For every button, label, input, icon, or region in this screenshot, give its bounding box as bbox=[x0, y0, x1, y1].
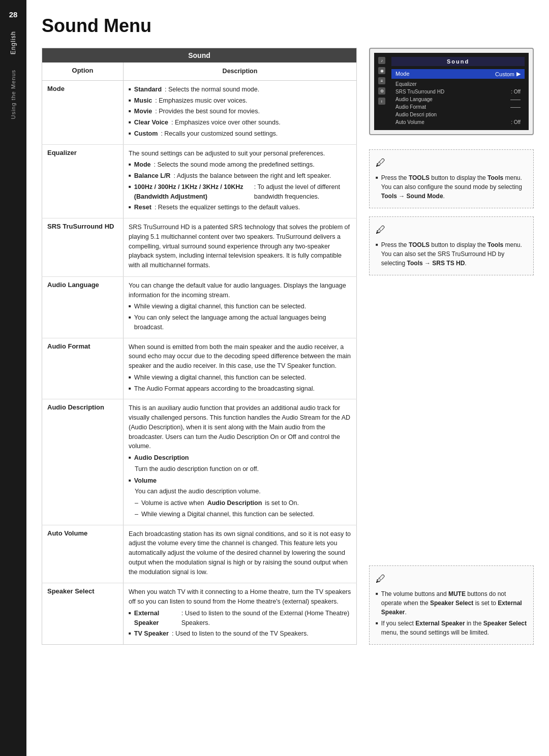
bullet-item: You can only select the language among t… bbox=[129, 313, 351, 332]
spacer bbox=[369, 284, 534, 557]
tv-screen: ♪ ◉ ≡ ⚙ i Sound Mode Custom bbox=[369, 48, 534, 135]
col-desc-cell: Standard: Selects the normal sound mode.… bbox=[124, 80, 357, 144]
col-desc-cell: You can change the default value for aud… bbox=[124, 276, 357, 338]
col-option-cell: Audio Format bbox=[42, 338, 124, 399]
col-option-cell: Mode bbox=[42, 80, 124, 144]
tv-screen-inner: ♪ ◉ ≡ ⚙ i Sound Mode Custom bbox=[374, 53, 529, 130]
bullet-item: Balance L/R: Adjusts the balance between… bbox=[129, 171, 351, 181]
col-desc-cell: Each broadcasting station has its own si… bbox=[124, 525, 357, 583]
tv-mode-value: Custom ▶ bbox=[495, 71, 521, 77]
tv-eq-label: Equalizer bbox=[395, 81, 417, 87]
tv-autovol-row: Auto Volume : Off bbox=[391, 118, 525, 126]
tv-icon-ch: ≡ bbox=[378, 77, 385, 84]
tv-icon-sound: ♪ bbox=[378, 57, 385, 64]
tv-audiodesc-row: Audio Descri ption bbox=[391, 111, 525, 118]
bullet-item: Music: Emphasizes music over voices. bbox=[129, 96, 351, 106]
bullet-item: Clear Voice: Emphasizes voice over other… bbox=[129, 118, 351, 128]
right-column: ♪ ◉ ≡ ⚙ i Sound Mode Custom bbox=[369, 48, 534, 645]
tv-audiodesc-label: Audio Descri ption bbox=[395, 112, 437, 117]
bullet-item: Mode: Selects the sound mode among the p… bbox=[129, 160, 351, 170]
section-item: Audio Description bbox=[129, 453, 351, 463]
note2-bullet1: Press the TOOLS button to display the To… bbox=[376, 240, 527, 268]
tv-equalizer-row: Equalizer bbox=[391, 80, 525, 88]
table-row: EqualizerThe sound settings can be adjus… bbox=[42, 144, 357, 218]
note1-icon: 🖊 bbox=[376, 155, 527, 170]
tv-audiolang-row: Audio Language —— bbox=[391, 96, 525, 103]
note-box-1: 🖊 Press the TOOLS button to display the … bbox=[369, 149, 534, 208]
col-desc-cell: This is an auxiliary audio function that… bbox=[124, 399, 357, 525]
table-row: Speaker SelectWhen you watch TV with it … bbox=[42, 583, 357, 645]
table-row: Auto VolumeEach broadcasting station has… bbox=[42, 525, 357, 583]
bullet-item: TV Speaker: Used to listen to the sound … bbox=[129, 629, 351, 639]
col-option-cell: Speaker Select bbox=[42, 583, 124, 645]
page-number: 28 bbox=[9, 10, 18, 19]
table-row: Audio FormatWhen sound is emitted from b… bbox=[42, 338, 357, 399]
section-item: Volume bbox=[129, 476, 351, 486]
tv-srs-row: SRS TruSurround HD : Off bbox=[391, 88, 525, 96]
sidebar-label-english: English bbox=[10, 31, 17, 54]
tv-audioformat-label: Audio Format bbox=[395, 104, 426, 110]
bullet-item: Standard: Selects the normal sound mode. bbox=[129, 85, 351, 94]
dash-item: Volume is active when Audio Description … bbox=[135, 498, 351, 508]
tv-audiolang-value: —— bbox=[510, 97, 521, 102]
tv-audioformat-row: Audio Format —— bbox=[391, 103, 525, 111]
table-row: Audio DescriptionThis is an auxiliary au… bbox=[42, 399, 357, 525]
note1-bullet1: Press the TOOLS button to display the To… bbox=[376, 173, 527, 201]
main-content: Sound Menu Sound Option Description Mode… bbox=[26, 0, 549, 660]
bullet-item: External Speaker: Used to listen to the … bbox=[129, 609, 351, 628]
note2-icon: 🖊 bbox=[376, 222, 527, 237]
two-col-layout: Sound Option Description ModeStandard: S… bbox=[42, 48, 534, 645]
col-option-cell: SRS TruSurround HD bbox=[42, 218, 124, 277]
bullet-item: Custom: Recalls your customized sound se… bbox=[129, 129, 351, 139]
col-option-cell: Equalizer bbox=[42, 144, 124, 218]
tv-autovol-value: : Off bbox=[511, 119, 521, 125]
bullet-item: While viewing a digital channel, this fu… bbox=[129, 373, 351, 383]
tv-icon-pic: ◉ bbox=[378, 67, 385, 74]
tv-autovol-label: Auto Volume bbox=[395, 119, 424, 125]
col-desc-header: Description bbox=[124, 62, 357, 80]
table-row: SRS TruSurround HDSRS TruSurround HD is … bbox=[42, 218, 357, 277]
bullet-item: While viewing a digital channel, this fu… bbox=[129, 302, 351, 311]
note3-icon: 🖊 bbox=[376, 571, 527, 586]
note-box-2: 🖊 Press the TOOLS button to display the … bbox=[369, 216, 534, 275]
bullet-item: Reset: Resets the equalizer settings to … bbox=[129, 203, 351, 212]
tv-srs-value: : Off bbox=[511, 89, 521, 94]
tv-audioformat-value: —— bbox=[510, 104, 521, 110]
note3-bullet1: The volume buttons and MUTE buttons do n… bbox=[376, 589, 527, 617]
tv-srs-label: SRS TruSurround HD bbox=[395, 89, 444, 94]
col-desc-cell: SRS TruSurround HD is a patented SRS tec… bbox=[124, 218, 357, 277]
sidebar-label-menu: Using the Menus bbox=[10, 70, 16, 119]
bullet-item: The Audio Format appears according to th… bbox=[129, 384, 351, 394]
bullet-item: Movie: Provides the best sound for movie… bbox=[129, 107, 351, 116]
note-box-3: 🖊 The volume buttons and MUTE buttons do… bbox=[369, 565, 534, 645]
col-option-cell: Audio Language bbox=[42, 276, 124, 338]
sound-table: Sound Option Description ModeStandard: S… bbox=[42, 48, 357, 645]
table-row: Audio LanguageYou can change the default… bbox=[42, 276, 357, 338]
col-option-header: Option bbox=[42, 62, 124, 80]
tv-icon-info: i bbox=[378, 98, 385, 105]
col-desc-cell: When sound is emitted from both the main… bbox=[124, 338, 357, 399]
tv-sound-header: Sound bbox=[391, 57, 525, 66]
tv-audiolang-label: Audio Language bbox=[395, 97, 433, 102]
tv-icon-setup: ⚙ bbox=[378, 87, 385, 94]
page-title: Sound Menu bbox=[42, 15, 534, 37]
left-column: Sound Option Description ModeStandard: S… bbox=[42, 48, 357, 645]
tv-mode-label: Mode bbox=[395, 71, 410, 77]
table-row: ModeStandard: Selects the normal sound m… bbox=[42, 80, 357, 144]
col-option-cell: Auto Volume bbox=[42, 525, 124, 583]
sidebar: 28 English Using the Menus bbox=[0, 0, 26, 756]
col-option-cell: Audio Description bbox=[42, 399, 124, 525]
note3-bullet2: If you select External Speaker in the Sp… bbox=[376, 619, 527, 637]
bullet-item: 100Hz / 300Hz / 1KHz / 3KHz / 10KHz (Ban… bbox=[129, 182, 351, 202]
col-desc-cell: When you watch TV with it connecting to … bbox=[124, 583, 357, 645]
col-desc-cell: The sound settings can be adjusted to su… bbox=[124, 144, 357, 218]
dash-item: While viewing a Digital channel, this fu… bbox=[135, 510, 351, 519]
table-header: Sound bbox=[42, 48, 357, 63]
tv-mode-row: Mode Custom ▶ bbox=[391, 69, 525, 79]
